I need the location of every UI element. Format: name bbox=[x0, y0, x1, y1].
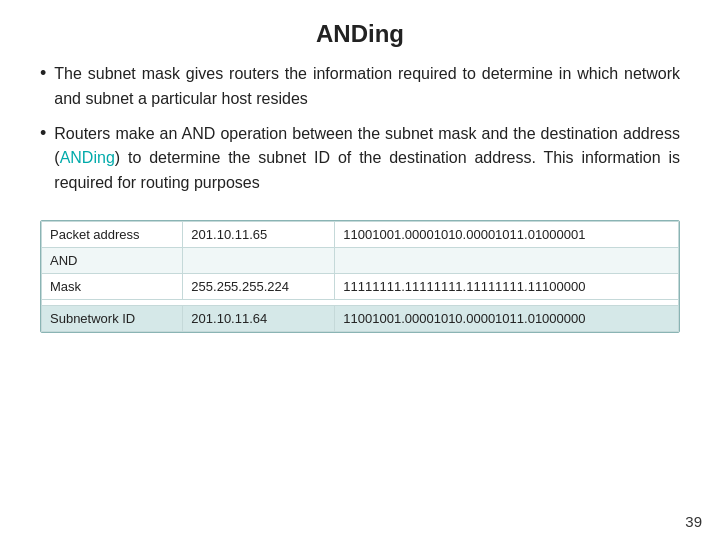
cell-mask-binary: 11111111.11111111.11111111.11100000 bbox=[335, 273, 679, 299]
anding-table: Packet address 201.10.11.65 11001001.000… bbox=[40, 220, 680, 333]
bullet-1: • The subnet mask gives routers the info… bbox=[40, 62, 680, 112]
anding-highlight: ANDing bbox=[60, 149, 115, 166]
bullet-dot-2: • bbox=[40, 123, 46, 144]
cell-mask-ip: 255.255.255.224 bbox=[183, 273, 335, 299]
cell-packet-binary: 11001001.00001010.00001011.01000001 bbox=[335, 221, 679, 247]
cell-mask-label: Mask bbox=[42, 273, 183, 299]
cell-subnet-binary: 11001001.00001010.00001011.01000000 bbox=[335, 305, 679, 331]
table-row-mask: Mask 255.255.255.224 11111111.11111111.1… bbox=[42, 273, 679, 299]
table: Packet address 201.10.11.65 11001001.000… bbox=[41, 221, 679, 332]
slide-title: ANDing bbox=[40, 20, 680, 48]
cell-packet-label: Packet address bbox=[42, 221, 183, 247]
table-row-packet: Packet address 201.10.11.65 11001001.000… bbox=[42, 221, 679, 247]
slide-content: • The subnet mask gives routers the info… bbox=[40, 62, 680, 520]
cell-and-binary bbox=[335, 247, 679, 273]
cell-and-label: AND bbox=[42, 247, 183, 273]
page-number: 39 bbox=[685, 513, 702, 530]
table-row-subnet: Subnetwork ID 201.10.11.64 11001001.0000… bbox=[42, 305, 679, 331]
cell-subnet-label: Subnetwork ID bbox=[42, 305, 183, 331]
table-row-and: AND bbox=[42, 247, 679, 273]
bullet-text-1: The subnet mask gives routers the inform… bbox=[54, 62, 680, 112]
bullet-text-2: Routers make an AND operation between th… bbox=[54, 122, 680, 196]
cell-packet-ip: 201.10.11.65 bbox=[183, 221, 335, 247]
bullet-2: • Routers make an AND operation between … bbox=[40, 122, 680, 196]
cell-subnet-ip: 201.10.11.64 bbox=[183, 305, 335, 331]
bullet-dot-1: • bbox=[40, 63, 46, 84]
slide: ANDing • The subnet mask gives routers t… bbox=[0, 0, 720, 540]
cell-and-ip bbox=[183, 247, 335, 273]
